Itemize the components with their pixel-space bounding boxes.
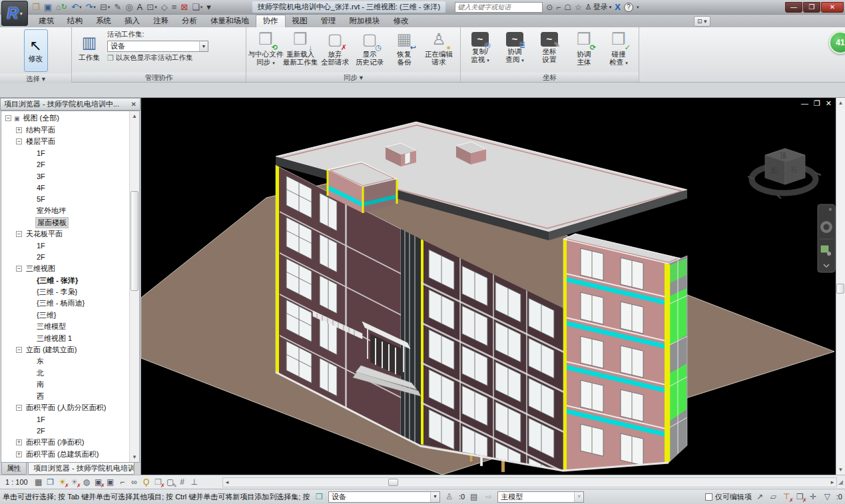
tree-item[interactable]: ▣ 屋面楼板 (1, 217, 129, 228)
ribbon-tab[interactable]: 管理 (314, 15, 343, 27)
qat-button[interactable]: ❐▾ (31, 1, 41, 13)
view-minimize-icon[interactable]: — (801, 99, 808, 108)
selection-toggle[interactable]: ✛ (808, 491, 819, 502)
tree-item[interactable]: − ▣ 楼层平面 (1, 136, 129, 147)
gray-inactive-worksets-button[interactable]: ❒ 以灰色显示非活动工作集 (107, 53, 208, 63)
sign-in-button[interactable]: ♙登录▾ (585, 2, 611, 12)
tree-item[interactable]: − ▣ 立面 (建筑立面) (1, 344, 129, 356)
ribbon-button[interactable]: ❒↓ 重新载入 最新工作集 ▾ (283, 29, 318, 67)
minimize-button[interactable]: — (785, 2, 802, 13)
ribbon-tab[interactable]: 插入 (118, 15, 146, 27)
view-restore-icon[interactable]: ❐ (814, 99, 820, 108)
qat-button[interactable]: ◎▾ (124, 1, 134, 13)
filter-icon[interactable]: ▽ (822, 491, 833, 502)
tree-item[interactable]: ▣ {三维} (1, 310, 129, 321)
view-control-button[interactable]: ∞ (129, 477, 140, 487)
tree-expander[interactable]: + (16, 439, 22, 445)
tree-item[interactable]: ▣ 1F (1, 240, 129, 251)
tree-item[interactable]: ▣ 东 (1, 356, 129, 367)
browser-tab[interactable]: 项目浏览器 - 技师学院机电培训... (28, 463, 135, 475)
infocenter-icon[interactable]: ⌐ (556, 3, 561, 12)
ribbon-button[interactable]: ~✎ 坐标 设置 ▾ (532, 29, 567, 64)
tree-item[interactable]: ▣ 三维模型 (1, 321, 129, 332)
building-model[interactable]: 顶 后 右 ✕ (141, 98, 836, 475)
design-options-icon[interactable]: ▤ (468, 491, 479, 502)
tree-item[interactable]: ▣ {三维 - 李枭} (1, 286, 129, 298)
resize-grip[interactable]: ◢ (838, 477, 845, 487)
ribbon-button[interactable]: ❒⟳ 协调 主体 ▾ (567, 29, 601, 67)
chevron-down-icon[interactable]: ▾ (637, 5, 639, 10)
scrollbar-thumb[interactable] (131, 191, 139, 291)
ribbon-button[interactable]: ♙● 正在编辑 请求 ▾ (422, 29, 456, 67)
scroll-left-icon[interactable]: ◂ (223, 478, 231, 487)
ribbon-tab[interactable]: 附加模块 (343, 15, 387, 27)
ribbon-display-toggle[interactable]: ⊡ ▾ (694, 16, 710, 27)
close-icon[interactable]: ✕ (131, 101, 137, 108)
tree-item[interactable]: ▣ 室外地坪 (1, 205, 129, 216)
ribbon-tab[interactable]: 体量和场地 (204, 15, 256, 27)
ribbon-tab[interactable]: 修改 (387, 15, 416, 27)
tree-item[interactable]: ▣ 1F (1, 147, 129, 158)
ribbon-button[interactable]: ~≣ 协调 查阅 ▾ (497, 29, 532, 65)
tree-item[interactable]: + ▣ 面积平面 (净面积) (1, 437, 129, 448)
view-control-button[interactable]: # (177, 477, 188, 487)
tree-item[interactable]: ▣ 2F (1, 425, 129, 437)
view-control-button[interactable]: ❒ (45, 477, 56, 487)
application-menu-button[interactable]: R▾ (1, 1, 28, 26)
ribbon-button[interactable]: ▦↩ 恢复 备份 ▾ (387, 29, 422, 67)
tree-expander[interactable]: + (16, 451, 22, 457)
qat-button[interactable]: ❏▾ (190, 1, 204, 13)
project-browser-title[interactable]: 项目浏览器 - 技师学院机电培训中... ✕ (0, 98, 141, 111)
tree-item[interactable]: ▣ 北 (1, 368, 129, 379)
scroll-up-icon[interactable]: ▲ (130, 111, 139, 121)
ribbon-tab[interactable]: 建筑 (32, 15, 61, 27)
scroll-down-icon[interactable]: ▼ (130, 452, 139, 462)
tree-item[interactable]: ▣ 1F (1, 413, 129, 425)
tree-item[interactable]: ▣ {三维 - 张洋} (1, 274, 129, 286)
ribbon-tab[interactable]: 结构 (61, 15, 89, 27)
tree-item[interactable]: − ▣ 视图 (全部) (1, 113, 129, 124)
ribbon-tab[interactable]: 视图 (286, 15, 314, 27)
tree-item[interactable]: − ▣ 三维视图 (1, 263, 129, 274)
qat-button[interactable]: ◇▾ (160, 1, 169, 13)
scroll-down-icon[interactable]: ▼ (836, 465, 845, 475)
qat-button[interactable]: ↷▾ (84, 1, 97, 13)
design-option-select[interactable]: 主模型▼ (497, 491, 584, 503)
view-scale[interactable]: 1 : 100 (5, 478, 28, 486)
infocenter-icon[interactable]: ☆ (575, 3, 582, 12)
qat-button[interactable]: ⊟▾ (99, 1, 111, 13)
ribbon-tab[interactable]: 分析 (175, 15, 204, 27)
view-control-button[interactable]: ▦ (33, 477, 44, 487)
workset-select[interactable]: 设备▼ (328, 491, 440, 503)
ribbon-tab[interactable]: 系统 (89, 15, 118, 27)
ribbon-button[interactable]: ❒✓ 碰撞 检查 ▾ (601, 29, 636, 68)
browser-scrollbar[interactable]: ▲ ▼ (129, 111, 139, 462)
ribbon-tab[interactable]: 协作 (256, 15, 286, 27)
notification-badge[interactable]: 41 (829, 31, 845, 54)
view-control-button[interactable]: ▣✗ (93, 477, 104, 487)
tree-item[interactable]: ▣ 4F (1, 182, 129, 193)
qat-button[interactable]: ≡▾ (170, 1, 178, 13)
selection-toggle[interactable]: ▱ (768, 491, 779, 502)
scrollbar-thumb[interactable] (388, 479, 398, 486)
restore-button[interactable]: ❐ (803, 2, 820, 13)
search-input[interactable] (455, 2, 543, 13)
view-control-button[interactable]: ⊥ (189, 477, 200, 487)
tree-expander[interactable]: − (16, 266, 22, 272)
vertical-scrollbar[interactable]: ▲ ▼ (836, 98, 845, 475)
tree-expander[interactable]: − (16, 347, 22, 353)
qat-button[interactable]: A▾ (136, 1, 144, 13)
ribbon-button[interactable]: ▢◷ 显示 历史记录 ▾ (352, 29, 387, 67)
ribbon-tab[interactable]: 注释 (146, 15, 175, 27)
tree-item[interactable]: ▣ 南 (1, 379, 129, 390)
tree-item[interactable]: − ▣ 天花板平面 (1, 228, 129, 240)
tree-item[interactable]: ▣ 2F (1, 159, 129, 170)
tree-item[interactable]: ▣ 2F (1, 252, 129, 263)
scroll-right-icon[interactable]: ▸ (828, 478, 836, 487)
view-control-button[interactable]: ▣ (105, 477, 116, 487)
ribbon-button[interactable]: ❒⟲ 与中心文件 同步 ▾ (248, 29, 283, 68)
selection-toggle[interactable]: ⊤✗ (781, 491, 792, 502)
active-workset-select[interactable]: 设备▼ (107, 41, 208, 52)
view-control-button[interactable]: ☀✗ (57, 477, 68, 487)
editable-only-checkbox[interactable] (705, 493, 712, 501)
